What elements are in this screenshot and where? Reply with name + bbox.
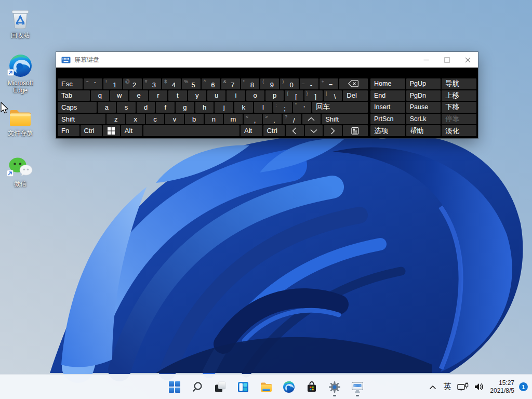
notification-badge[interactable]: 1 bbox=[519, 382, 528, 391]
key-3[interactable]: #3 bbox=[143, 78, 162, 89]
key-Ctrl[interactable]: Ctrl bbox=[81, 125, 102, 136]
key-windows[interactable] bbox=[103, 125, 120, 136]
key-arrow-right[interactable] bbox=[324, 125, 342, 136]
key-p[interactable]: p bbox=[265, 90, 284, 101]
key-淡化[interactable]: 淡化 bbox=[442, 125, 476, 136]
key-停靠[interactable]: 停靠 bbox=[442, 114, 476, 125]
minimize-button[interactable] bbox=[416, 52, 436, 68]
key-上移[interactable]: 上移 bbox=[442, 90, 476, 101]
key-选项[interactable]: 选项 bbox=[370, 125, 405, 136]
tray-hidden-icons-button[interactable] bbox=[426, 378, 440, 396]
key-o[interactable]: o bbox=[246, 90, 264, 101]
taskbar-on-screen-keyboard-button[interactable] bbox=[347, 377, 368, 397]
key-arrow-down[interactable] bbox=[305, 125, 323, 136]
key--[interactable]: _- bbox=[300, 78, 318, 89]
key-menu[interactable] bbox=[343, 125, 368, 136]
key-t[interactable]: t bbox=[168, 90, 187, 101]
key-1[interactable]: !1 bbox=[103, 78, 122, 89]
key-Del[interactable]: Del bbox=[343, 90, 368, 101]
key-/[interactable]: ?/ bbox=[283, 114, 301, 125]
key-a[interactable]: a bbox=[98, 102, 116, 113]
osk-titlebar[interactable]: 屏幕键盘 bbox=[56, 52, 478, 68]
taskbar-start-button[interactable] bbox=[164, 377, 185, 397]
key-m[interactable]: m bbox=[224, 114, 243, 125]
key-,[interactable]: <, bbox=[244, 114, 262, 125]
tray-volume-button[interactable] bbox=[472, 378, 486, 396]
taskbar-widgets-button[interactable] bbox=[233, 377, 254, 397]
key-End[interactable]: End bbox=[370, 90, 405, 101]
key-8[interactable]: *8 bbox=[241, 78, 260, 89]
key-y[interactable]: y bbox=[188, 90, 206, 101]
taskbar-task-view-button[interactable] bbox=[210, 377, 231, 397]
key-u[interactable]: u bbox=[207, 90, 225, 101]
key-Fn[interactable]: Fn bbox=[58, 125, 79, 136]
key-Caps[interactable]: Caps bbox=[58, 102, 97, 113]
key-4[interactable]: $4 bbox=[162, 78, 181, 89]
key-][interactable]: }] bbox=[304, 90, 323, 101]
key-arrow-up[interactable] bbox=[302, 114, 321, 125]
key-导航[interactable]: 导航 bbox=[442, 78, 476, 89]
key-s[interactable]: s bbox=[117, 102, 136, 113]
key-arrow-left[interactable] bbox=[286, 125, 304, 136]
key-[[interactable]: {[ bbox=[285, 90, 303, 101]
key-=[interactable]: += bbox=[320, 78, 338, 89]
key-q[interactable]: q bbox=[91, 90, 109, 101]
key-l[interactable]: l bbox=[254, 102, 273, 113]
key-Insert[interactable]: Insert bbox=[370, 102, 405, 113]
key-回车[interactable]: 回车 bbox=[312, 102, 368, 113]
key-x[interactable]: x bbox=[126, 114, 145, 125]
key-f[interactable]: f bbox=[156, 102, 175, 113]
tray-ime-indicator[interactable]: 英 bbox=[441, 378, 454, 396]
key-r[interactable]: r bbox=[149, 90, 167, 101]
key-7[interactable]: &7 bbox=[221, 78, 240, 89]
key-Alt[interactable]: Alt bbox=[241, 125, 262, 136]
key-ScrLk[interactable]: ScrLk bbox=[406, 114, 441, 125]
taskbar-search-button[interactable] bbox=[187, 377, 208, 397]
key-Alt[interactable]: Alt bbox=[121, 125, 143, 136]
key-.[interactable]: >. bbox=[263, 114, 282, 125]
key-PgDn[interactable]: PgDn bbox=[406, 90, 441, 101]
key-0[interactable]: )0 bbox=[280, 78, 299, 89]
key-帮助[interactable]: 帮助 bbox=[406, 125, 441, 136]
key-Tab[interactable]: Tab bbox=[58, 90, 90, 101]
key-n[interactable]: n bbox=[205, 114, 223, 125]
desktop-icon-recycle-bin[interactable]: 回收站 bbox=[1, 6, 39, 39]
key-2[interactable]: @2 bbox=[123, 78, 142, 89]
key-h[interactable]: h bbox=[195, 102, 214, 113]
key-space[interactable] bbox=[143, 125, 240, 136]
key-backspace[interactable] bbox=[339, 78, 368, 89]
key-g[interactable]: g bbox=[176, 102, 194, 113]
desktop-icon-wechat[interactable]: 微信 bbox=[1, 156, 39, 188]
key-Pause[interactable]: Pause bbox=[406, 102, 441, 113]
taskbar-file-explorer-button[interactable] bbox=[256, 377, 276, 397]
key-j[interactable]: j bbox=[215, 102, 233, 113]
key-\[interactable]: |\ bbox=[324, 90, 342, 101]
key-c[interactable]: c bbox=[146, 114, 165, 125]
desktop-icon-microsoft-edge[interactable]: Microsoft Edge bbox=[1, 54, 39, 94]
key-e[interactable]: e bbox=[129, 90, 148, 101]
key-Shift[interactable]: Shift bbox=[322, 114, 368, 125]
key-i[interactable]: i bbox=[227, 90, 245, 101]
key-Shift[interactable]: Shift bbox=[58, 114, 105, 125]
key-w[interactable]: w bbox=[110, 90, 128, 101]
key-Ctrl[interactable]: Ctrl bbox=[263, 125, 285, 136]
close-button[interactable] bbox=[457, 52, 478, 68]
key-下移[interactable]: 下移 bbox=[442, 102, 476, 113]
key-9[interactable]: (9 bbox=[260, 78, 279, 89]
key-5[interactable]: %5 bbox=[182, 78, 201, 89]
taskbar-settings-button[interactable] bbox=[324, 377, 345, 397]
key-6[interactable]: ^6 bbox=[202, 78, 220, 89]
key-`[interactable]: ~` bbox=[84, 78, 102, 89]
key-;[interactable]: :; bbox=[273, 102, 292, 113]
taskbar-edge-button[interactable] bbox=[278, 377, 299, 397]
key-d[interactable]: d bbox=[137, 102, 155, 113]
maximize-button[interactable] bbox=[436, 52, 457, 68]
key-PgUp[interactable]: PgUp bbox=[406, 78, 441, 89]
key-Esc[interactable]: Esc bbox=[58, 78, 83, 89]
key-PrtScn[interactable]: PrtScn bbox=[370, 114, 405, 125]
key-k[interactable]: k bbox=[234, 102, 253, 113]
taskbar-store-button[interactable] bbox=[301, 377, 322, 397]
key-v[interactable]: v bbox=[165, 114, 184, 125]
key-'[interactable]: "' bbox=[293, 102, 312, 113]
key-z[interactable]: z bbox=[107, 114, 125, 125]
